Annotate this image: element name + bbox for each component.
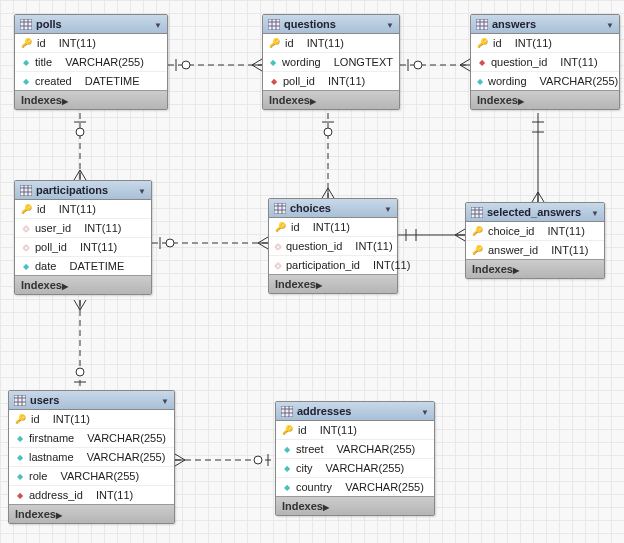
column-row[interactable]: ◆question_id INT(11) [471, 52, 619, 71]
column-row[interactable]: ◇user_id INT(11) [15, 218, 151, 237]
indexes-label: Indexes [282, 500, 323, 512]
table-title: selected_answers [487, 206, 581, 218]
indexes-label: Indexes [477, 94, 518, 106]
column-row[interactable]: ◆street VARCHAR(255) [276, 439, 434, 458]
column-row[interactable]: 🔑id INT(11) [269, 218, 397, 236]
indexes-section[interactable]: Indexes [466, 259, 604, 278]
column-row[interactable]: ◆firstname VARCHAR(255) [9, 428, 174, 447]
column: street [296, 443, 324, 455]
column: answer_id [488, 244, 538, 256]
table-participations[interactable]: participations 🔑id INT(11) ◇user_id INT(… [14, 180, 152, 295]
collapse-icon[interactable] [161, 394, 169, 406]
indexes-section[interactable]: Indexes [276, 496, 434, 515]
table-polls[interactable]: polls 🔑id INT(11) ◆title VARCHAR(255) ◆c… [14, 14, 168, 110]
attr-icon: ◆ [282, 445, 291, 454]
table-header[interactable]: selected_answers [466, 203, 604, 222]
column-row[interactable]: 🔑id INT(11) [15, 34, 167, 52]
column: role [29, 470, 47, 482]
column-row[interactable]: 🔑id INT(11) [9, 410, 174, 428]
pk-icon: 🔑 [275, 222, 286, 232]
expand-icon[interactable] [513, 263, 519, 275]
column-row[interactable]: ◆country VARCHAR(255) [276, 477, 434, 496]
table-choices[interactable]: choices 🔑id INT(11) ◇question_id INT(11)… [268, 198, 398, 294]
column-row[interactable]: ◆title VARCHAR(255) [15, 52, 167, 71]
collapse-icon[interactable] [606, 18, 614, 30]
column-row[interactable]: 🔑id INT(11) [263, 34, 399, 52]
table-users[interactable]: users 🔑id INT(11) ◆firstname VARCHAR(255… [8, 390, 175, 524]
column-row[interactable]: ◆poll_id INT(11) [263, 71, 399, 90]
expand-icon[interactable] [56, 508, 62, 520]
pk-icon: 🔑 [269, 38, 280, 48]
fk-nullable-icon: ◇ [21, 224, 30, 233]
indexes-section[interactable]: Indexes [263, 90, 399, 109]
expand-icon[interactable] [62, 279, 68, 291]
collapse-icon[interactable] [386, 18, 394, 30]
column-type: DATETIME [85, 75, 140, 87]
table-questions[interactable]: questions 🔑id INT(11) ◆wording LONGTEXT … [262, 14, 400, 110]
column-type: INT(11) [328, 75, 365, 87]
expand-icon[interactable] [62, 94, 68, 106]
column: lastname [29, 451, 74, 463]
expand-icon[interactable] [323, 500, 329, 512]
collapse-icon[interactable] [154, 18, 162, 30]
column-row[interactable]: 🔑id INT(11) [276, 421, 434, 439]
column: date [35, 260, 56, 272]
column-row[interactable]: ◆wording VARCHAR(255) [471, 71, 619, 90]
attr-icon: ◆ [21, 77, 30, 86]
indexes-section[interactable]: Indexes [15, 275, 151, 294]
table-header[interactable]: choices [269, 199, 397, 218]
svg-rect-27 [20, 185, 32, 196]
table-header[interactable]: answers [471, 15, 619, 34]
attr-icon: ◆ [21, 262, 30, 271]
column-type: DATETIME [69, 260, 124, 272]
table-icon [281, 406, 293, 417]
column-row[interactable]: ◆created DATETIME [15, 71, 167, 90]
column-row[interactable]: ◆role VARCHAR(255) [9, 466, 174, 485]
pk-icon: 🔑 [21, 38, 32, 48]
table-selected-answers[interactable]: selected_answers 🔑choice_id INT(11) 🔑ans… [465, 202, 605, 279]
column-row[interactable]: 🔑answer_id INT(11) [466, 240, 604, 259]
table-answers[interactable]: answers 🔑id INT(11) ◆question_id INT(11)… [470, 14, 620, 110]
expand-icon[interactable] [310, 94, 316, 106]
fk-nullable-icon: ◇ [21, 243, 30, 252]
column-row[interactable]: ◆city VARCHAR(255) [276, 458, 434, 477]
column: title [35, 56, 52, 68]
attr-icon: ◆ [282, 464, 291, 473]
table-header[interactable]: participations [15, 181, 151, 200]
column-row[interactable]: ◇participation_id INT(11) [269, 255, 397, 274]
indexes-label: Indexes [15, 508, 56, 520]
column: created [35, 75, 72, 87]
fk-nullable-icon: ◇ [275, 261, 281, 270]
column: poll_id [35, 241, 67, 253]
pk-icon: 🔑 [477, 38, 488, 48]
column-row[interactable]: 🔑id INT(11) [15, 200, 151, 218]
table-title: addresses [297, 405, 351, 417]
column-row[interactable]: ◆wording LONGTEXT [263, 52, 399, 71]
indexes-section[interactable]: Indexes [471, 90, 619, 109]
table-icon [20, 185, 32, 196]
expand-icon[interactable] [316, 278, 322, 290]
collapse-icon[interactable] [384, 202, 392, 214]
indexes-section[interactable]: Indexes [9, 504, 174, 523]
column-row[interactable]: ◇poll_id INT(11) [15, 237, 151, 256]
table-addresses[interactable]: addresses 🔑id INT(11) ◆street VARCHAR(25… [275, 401, 435, 516]
collapse-icon[interactable] [138, 184, 146, 196]
indexes-section[interactable]: Indexes [15, 90, 167, 109]
column-row[interactable]: ◆address_id INT(11) [9, 485, 174, 504]
collapse-icon[interactable] [421, 405, 429, 417]
table-header[interactable]: users [9, 391, 174, 410]
column-row[interactable]: 🔑id INT(11) [471, 34, 619, 52]
column-row[interactable]: 🔑choice_id INT(11) [466, 222, 604, 240]
column-row[interactable]: ◆date DATETIME [15, 256, 151, 275]
indexes-section[interactable]: Indexes [269, 274, 397, 293]
collapse-icon[interactable] [591, 206, 599, 218]
table-title: choices [290, 202, 331, 214]
column-type: INT(11) [551, 244, 588, 256]
expand-icon[interactable] [518, 94, 524, 106]
table-header[interactable]: addresses [276, 402, 434, 421]
column-row[interactable]: ◆lastname VARCHAR(255) [9, 447, 174, 466]
column-row[interactable]: ◇question_id INT(11) [269, 236, 397, 255]
table-header[interactable]: questions [263, 15, 399, 34]
column: participation_id [286, 259, 360, 271]
table-header[interactable]: polls [15, 15, 167, 34]
